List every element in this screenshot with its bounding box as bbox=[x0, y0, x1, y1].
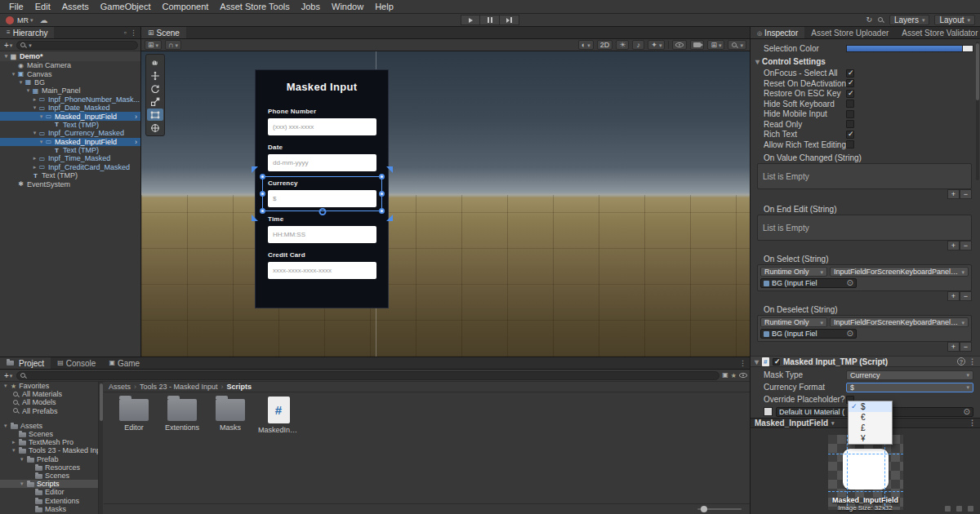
creditcard-input[interactable]: xxxx-xxxx-xxxx-xxxx bbox=[268, 262, 376, 279]
camera-settings-button[interactable] bbox=[690, 40, 704, 50]
resize-handle[interactable] bbox=[260, 208, 265, 214]
menu-edit[interactable]: Edit bbox=[29, 0, 56, 14]
remove-event-button[interactable] bbox=[960, 342, 972, 352]
favorite-all-prefabs[interactable]: All Prefabs bbox=[0, 407, 98, 415]
checkbox[interactable] bbox=[846, 79, 854, 87]
event-target-object-field[interactable]: BG (Input Fiel bbox=[760, 278, 857, 288]
snap-settings-button[interactable] bbox=[165, 40, 181, 50]
tree-item-textmesh-pro[interactable]: TextMesh Pro bbox=[0, 438, 98, 446]
tab-inspector[interactable]: ◎Inspector bbox=[751, 27, 804, 38]
foldout-open-icon[interactable] bbox=[2, 53, 10, 60]
favorites-header[interactable]: Favorites bbox=[0, 382, 98, 390]
breadcrumb-scripts[interactable]: Scripts bbox=[227, 383, 252, 391]
foldout-open-icon[interactable] bbox=[38, 113, 45, 120]
remove-event-button[interactable] bbox=[960, 189, 972, 199]
resize-handle[interactable] bbox=[260, 174, 265, 179]
event-function-dropdown[interactable]: InputFieldForScreenKeyboardPanelAdjust bbox=[830, 317, 969, 327]
saved-search-icon[interactable] bbox=[731, 372, 737, 379]
transform-tool-button[interactable] bbox=[147, 122, 163, 134]
effects-dropdown-button[interactable] bbox=[648, 40, 665, 50]
tree-item-resources[interactable]: Resources bbox=[0, 463, 98, 472]
event-mode-dropdown[interactable]: Runtime Only bbox=[760, 317, 827, 327]
undo-history-icon[interactable] bbox=[866, 16, 872, 24]
foldout-open-icon[interactable] bbox=[31, 130, 38, 136]
prefab-open-arrow[interactable] bbox=[135, 113, 140, 121]
foldout-closed-icon[interactable] bbox=[31, 96, 38, 103]
hierarchy-item-masked-inputfield-1[interactable]: Masked_InputField bbox=[0, 112, 140, 120]
resize-handle[interactable] bbox=[379, 174, 385, 179]
status-icon-3[interactable] bbox=[968, 506, 973, 512]
tree-item-scenes-2[interactable]: Scenes bbox=[0, 472, 98, 480]
panel-menu-icon[interactable] bbox=[130, 29, 137, 37]
color-field[interactable] bbox=[846, 45, 973, 52]
step-button[interactable] bbox=[500, 15, 519, 25]
foldout-closed-icon[interactable] bbox=[31, 155, 38, 162]
hand-tool-button[interactable] bbox=[147, 56, 163, 69]
tree-item-scenes[interactable]: Scenes bbox=[0, 430, 98, 438]
object-picker-icon[interactable] bbox=[847, 330, 853, 338]
popup-option-pound[interactable]: £ bbox=[849, 423, 892, 433]
tab-hierarchy[interactable]: ≡Hierarchy bbox=[0, 27, 54, 38]
hierarchy-item-main-panel[interactable]: Main_Panel bbox=[0, 86, 140, 95]
currency-input[interactable]: $ bbox=[268, 190, 376, 207]
asset-item-masks[interactable]: Masks bbox=[212, 399, 249, 432]
foldout-open-icon[interactable] bbox=[10, 71, 17, 78]
tree-item-editor[interactable]: Editor bbox=[0, 488, 98, 496]
event-target-object-field[interactable]: BG (Input Fiel bbox=[760, 329, 857, 339]
create-asset-button[interactable] bbox=[2, 371, 14, 380]
event-mode-dropdown[interactable]: Runtime Only bbox=[760, 267, 827, 277]
tab-asset-store-validator[interactable]: Asset Store Validator bbox=[895, 27, 980, 38]
menu-assets[interactable]: Assets bbox=[56, 0, 95, 14]
event-function-dropdown[interactable]: InputFieldForScreenKeyboardPanelAdjust bbox=[830, 267, 969, 277]
foldout-open-icon[interactable] bbox=[755, 357, 759, 366]
eyedropper-button[interactable] bbox=[962, 46, 973, 51]
scale-tool-button[interactable] bbox=[147, 95, 163, 108]
move-tool-button[interactable] bbox=[147, 69, 163, 82]
hierarchy-item-text-tmp-1[interactable]: Text (TMP) bbox=[0, 121, 140, 129]
hierarchy-item-inpf-time[interactable]: Inpf_Time_Masked bbox=[0, 154, 140, 162]
help-icon[interactable] bbox=[957, 357, 965, 366]
breadcrumb-assets[interactable]: Assets bbox=[109, 383, 131, 391]
resize-handle[interactable] bbox=[379, 208, 385, 214]
rotate-tool-button[interactable] bbox=[147, 82, 163, 95]
control-settings-foldout[interactable]: Control Settings bbox=[751, 56, 980, 67]
checkbox[interactable] bbox=[846, 140, 854, 148]
render-mode-button[interactable] bbox=[578, 40, 594, 50]
lighting-toggle-button[interactable] bbox=[616, 40, 629, 50]
account-avatar[interactable] bbox=[6, 16, 14, 24]
play-button[interactable] bbox=[461, 15, 480, 25]
date-input[interactable]: dd-mm-yyyy bbox=[268, 154, 376, 171]
menu-file[interactable]: File bbox=[3, 0, 29, 14]
checkbox[interactable] bbox=[846, 100, 854, 108]
tab-asset-store-uploader[interactable]: Asset Store Uploader bbox=[804, 27, 895, 38]
time-input[interactable]: HH:MM:SS bbox=[268, 226, 376, 243]
add-event-button[interactable] bbox=[947, 291, 960, 301]
hierarchy-item-main-camera[interactable]: Main Camera bbox=[0, 61, 140, 69]
prefab-open-arrow[interactable] bbox=[135, 138, 140, 146]
tree-item-assets[interactable]: Assets bbox=[0, 422, 98, 430]
currency-format-dropdown[interactable]: $ bbox=[846, 383, 973, 392]
status-icon-1[interactable] bbox=[945, 506, 951, 512]
audio-toggle-button[interactable] bbox=[632, 40, 644, 50]
breadcrumb-tools-23[interactable]: Tools 23 - Masked Input bbox=[140, 383, 218, 391]
anchor-handle[interactable] bbox=[386, 166, 393, 173]
hierarchy-scene-demo[interactable]: Demo* bbox=[0, 51, 140, 61]
object-picker-icon[interactable] bbox=[964, 408, 970, 416]
foldout-closed-icon[interactable] bbox=[31, 164, 38, 171]
anchor-handle[interactable] bbox=[252, 166, 258, 173]
scene-search-button[interactable] bbox=[728, 40, 746, 50]
checkbox[interactable] bbox=[846, 110, 854, 118]
mask-type-dropdown[interactable]: Currency bbox=[846, 370, 973, 380]
hierarchy-item-eventsystem[interactable]: EventSystem bbox=[0, 179, 140, 188]
hierarchy-item-bg[interactable]: BG bbox=[0, 78, 140, 86]
zoom-slider[interactable] bbox=[697, 508, 742, 510]
gizmos-dropdown-button[interactable] bbox=[707, 40, 724, 50]
tree-item-extentions[interactable]: Extentions bbox=[0, 496, 98, 504]
phone-input[interactable]: (xxx) xxx-xxxx bbox=[268, 118, 376, 135]
object-picker-icon[interactable] bbox=[847, 279, 853, 287]
tree-item-scripts[interactable]: Scripts bbox=[0, 480, 98, 488]
tab-scene[interactable]: Scene bbox=[141, 27, 186, 38]
favorite-all-materials[interactable]: All Materials bbox=[0, 390, 98, 398]
2d-toggle-button[interactable]: 2D bbox=[597, 40, 613, 50]
foldout-open-icon[interactable] bbox=[38, 139, 45, 145]
